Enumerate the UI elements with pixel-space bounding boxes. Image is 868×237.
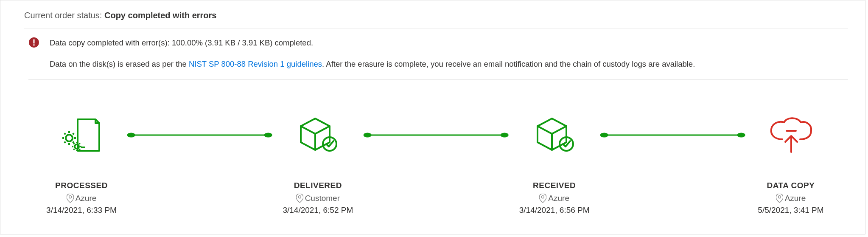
- completion-alert: Data copy completed with error(s): 100.0…: [28, 28, 848, 80]
- status-value: Copy completed with errors: [104, 11, 217, 20]
- stage-location-row: Azure: [41, 194, 122, 203]
- stage-label: DELIVERED: [277, 181, 358, 190]
- stage-location-row: Customer: [277, 194, 358, 203]
- error-badge-icon: [28, 37, 50, 48]
- stage-location: Azure: [785, 194, 806, 203]
- svg-line-9: [64, 133, 66, 134]
- svg-line-10: [73, 141, 74, 143]
- nist-guidelines-link[interactable]: NIST SP 800-88 Revision 1 guidelines: [189, 59, 322, 68]
- status-label: Current order status:: [24, 11, 102, 20]
- svg-point-36: [600, 133, 608, 137]
- stage-label: RECEIVED: [514, 181, 595, 190]
- svg-line-11: [64, 141, 66, 143]
- svg-line-21: [79, 143, 80, 144]
- timeline-connector: [122, 114, 277, 156]
- svg-line-12: [73, 133, 74, 134]
- svg-line-20: [73, 149, 74, 150]
- processed-icon: [41, 114, 122, 156]
- svg-line-19: [79, 149, 80, 150]
- alert-line-2: Data on the disk(s) is erased as per the…: [50, 58, 695, 70]
- stage-location-row: Azure: [750, 194, 831, 203]
- location-pin-icon: [539, 194, 546, 203]
- svg-point-34: [542, 196, 544, 198]
- svg-point-24: [127, 133, 135, 137]
- location-pin-icon: [67, 194, 74, 203]
- stage-datacopy: DATA COPY Azure 5/5/2021, 3:41 PM: [750, 114, 831, 215]
- timeline-connector: [358, 114, 514, 156]
- datacopy-cloud-upload-icon: [750, 114, 831, 156]
- svg-point-22: [69, 196, 71, 198]
- stage-location: Customer: [305, 194, 340, 203]
- alert-line-1: Data copy completed with error(s): 100.0…: [50, 37, 695, 49]
- stage-location: Azure: [76, 194, 97, 203]
- order-status-header: Current order status: Copy completed wit…: [24, 11, 848, 28]
- order-timeline: PROCESSED Azure 3/14/2021, 6:33 PM: [24, 80, 848, 215]
- stage-timestamp: 3/14/2021, 6:52 PM: [277, 206, 358, 215]
- received-icon: [514, 114, 595, 156]
- svg-rect-1: [33, 40, 34, 44]
- order-status-card: Current order status: Copy completed wit…: [0, 0, 865, 234]
- stage-label: DATA COPY: [750, 181, 831, 190]
- stage-location-row: Azure: [514, 194, 595, 203]
- svg-point-37: [737, 133, 745, 137]
- stage-timestamp: 3/14/2021, 6:33 PM: [41, 206, 122, 215]
- stage-label: PROCESSED: [41, 181, 122, 190]
- stage-received: RECEIVED Azure 3/14/2021, 6:56 PM: [514, 114, 595, 215]
- svg-point-31: [501, 133, 509, 137]
- svg-point-30: [364, 133, 372, 137]
- svg-point-28: [298, 196, 301, 198]
- location-pin-icon: [776, 194, 783, 203]
- stage-timestamp: 3/14/2021, 6:56 PM: [514, 206, 595, 215]
- stage-processed: PROCESSED Azure 3/14/2021, 6:33 PM: [41, 114, 122, 215]
- svg-point-4: [66, 135, 73, 141]
- alert-text-block: Data copy completed with error(s): 100.0…: [50, 37, 695, 72]
- svg-point-25: [264, 133, 272, 137]
- location-pin-icon: [296, 194, 303, 203]
- svg-point-40: [778, 196, 781, 198]
- delivered-icon: [277, 114, 358, 156]
- timeline-connector: [595, 114, 750, 156]
- stage-timestamp: 5/5/2021, 3:41 PM: [750, 206, 831, 215]
- svg-line-18: [73, 143, 74, 144]
- stage-location: Azure: [548, 194, 569, 203]
- svg-rect-2: [33, 44, 34, 45]
- stage-delivered: DELIVERED Customer 3/14/2021, 6:52 PM: [277, 114, 358, 215]
